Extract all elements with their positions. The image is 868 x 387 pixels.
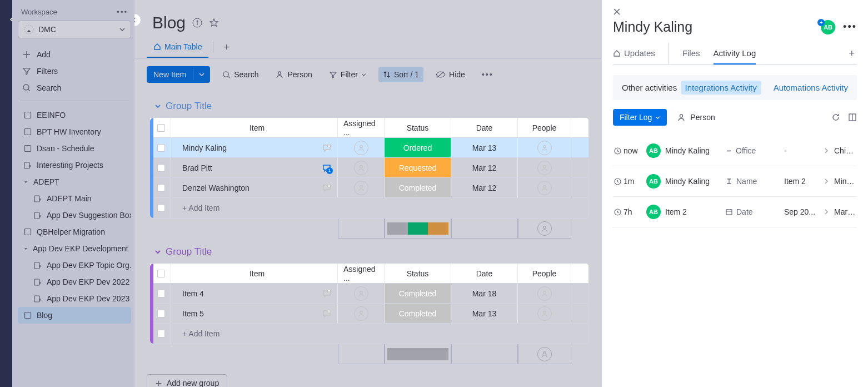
col-date[interactable]: Date [451,118,518,137]
new-item-button[interactable]: New Item [147,66,210,83]
col-item[interactable]: Item [171,118,338,137]
panel-avatar[interactable]: +AB [821,20,835,34]
board-item[interactable]: QBHelper Migration [18,224,131,240]
status-cell[interactable]: Completed [385,178,451,197]
row-checkbox[interactable] [150,158,171,177]
assigned-cell[interactable] [338,284,385,303]
board-item[interactable]: App Dev EKP Dev 2022 [18,274,131,290]
avatar-placeholder[interactable] [354,306,368,321]
board-item[interactable]: Dsan - Schedule [18,140,131,157]
col-status[interactable]: Status [385,118,451,137]
tab-main-table[interactable]: Main Table [147,37,208,58]
toolbar-filter[interactable]: Filter [325,67,371,82]
panel-more-icon[interactable]: ••• [843,21,857,33]
date-cell[interactable]: Mar 18 [451,284,518,303]
toolbar-sort[interactable]: Sort / 1 [378,67,423,82]
item-name-cell[interactable]: Brad Pitt1 [171,158,338,177]
avatar-placeholder[interactable] [537,306,552,321]
board-item[interactable]: App Dev EKP Topic Org... [18,257,131,274]
workspace-select[interactable]: DMC [18,21,131,38]
toolbar-search[interactable]: Search [218,67,263,82]
chat-icon[interactable] [322,143,332,153]
assigned-cell[interactable] [338,304,385,323]
automations-link[interactable]: Automations Activity [769,81,852,95]
sidebar-filters[interactable]: Filters [18,63,131,80]
date-cell[interactable]: Mar 12 [451,178,518,197]
add-item-row[interactable]: + Add Item [150,198,588,218]
date-cell[interactable]: Mar 12 [451,158,518,177]
board-item[interactable]: BPT HW Inventory [18,123,131,140]
avatar-placeholder[interactable] [354,286,368,301]
panel-close-button[interactable] [613,8,857,16]
panel-tab-add[interactable]: + [846,48,857,59]
chat-icon[interactable] [322,309,332,319]
people-cell[interactable] [518,178,571,197]
panel-tab-updates[interactable]: Updates [613,43,655,64]
col-people[interactable]: People [518,118,571,137]
chat-badge-icon[interactable]: 1 [322,163,332,173]
people-cell[interactable] [518,304,571,323]
row-checkbox[interactable] [150,138,171,157]
status-cell[interactable]: Requested [385,158,451,177]
folder-item[interactable]: ADEPT [18,173,131,190]
people-cell[interactable] [518,284,571,303]
col-assigned[interactable]: Assigned ... [338,118,385,137]
folder-item[interactable]: App Dev EKP Development [18,240,131,257]
item-name-cell[interactable]: Item 5 [171,304,338,323]
item-name-cell[interactable]: Denzel Washington [171,178,338,197]
info-icon[interactable] [192,18,202,28]
export-icon[interactable] [848,113,857,122]
chat-icon[interactable] [322,183,332,193]
col-people[interactable]: People [518,264,571,283]
add-item-row[interactable]: + Add Item [150,324,588,344]
group-header[interactable]: Group Title [147,97,589,117]
col-item[interactable]: Item [171,264,338,283]
toolbar-person[interactable]: Person [271,67,316,82]
date-cell[interactable]: Mar 13 [451,138,518,157]
board-item[interactable]: App Dev Suggestion Box [18,207,131,224]
group-header[interactable]: Group Title [147,243,589,263]
sidebar-search[interactable]: Search [18,80,131,96]
assigned-cell[interactable] [338,178,385,197]
table-row[interactable]: Brad Pitt1 Requested Mar 12 [150,158,588,178]
board-item[interactable]: Interesting Projects [18,157,131,173]
chat-icon[interactable] [322,289,332,299]
avatar-placeholder[interactable] [354,181,368,195]
row-checkbox[interactable] [150,178,171,197]
avatar-placeholder[interactable] [537,347,552,361]
integrations-link[interactable]: Integrations Activity [681,81,761,95]
row-checkbox[interactable] [150,324,171,344]
col-assigned[interactable]: Assigned ... [338,264,385,283]
header-checkbox[interactable] [150,118,171,137]
item-name-cell[interactable]: Item 4 [171,284,338,303]
row-checkbox[interactable] [150,198,171,218]
toolbar-more[interactable]: ••• [477,67,498,82]
refresh-icon[interactable] [831,113,840,122]
row-checkbox[interactable] [150,304,171,323]
panel-tab-activity[interactable]: Activity Log [714,43,756,64]
avatar-placeholder[interactable] [537,161,552,175]
panel-tab-files[interactable]: Files [669,43,700,64]
avatar-placeholder[interactable] [354,161,368,175]
row-checkbox[interactable] [150,284,171,303]
star-icon[interactable] [209,18,219,28]
add-group-button[interactable]: Add new group [147,374,227,387]
table-row[interactable]: Item 5 Completed Mar 13 [150,304,588,324]
board-item[interactable]: EEINFO [18,107,131,123]
status-cell[interactable]: Completed [385,304,451,323]
people-cell[interactable] [518,138,571,157]
avatar-placeholder[interactable] [354,141,368,155]
date-cell[interactable]: Mar 13 [451,304,518,323]
board-item-selected[interactable]: Blog [18,307,131,324]
tab-add[interactable]: + [218,37,235,58]
avatar-placeholder[interactable] [537,221,552,236]
header-checkbox[interactable] [150,264,171,283]
sidebar-menu-icon[interactable]: ••• [117,8,128,16]
board-item[interactable]: App Dev EKP Dev 2023 [18,290,131,307]
avatar-placeholder[interactable] [537,141,552,155]
assigned-cell[interactable] [338,138,385,157]
person-filter[interactable]: Person [677,113,715,122]
table-row[interactable]: Mindy Kaling Ordered Mar 13 [150,138,588,158]
col-date[interactable]: Date [451,264,518,283]
item-name-cell[interactable]: Mindy Kaling [171,138,338,157]
